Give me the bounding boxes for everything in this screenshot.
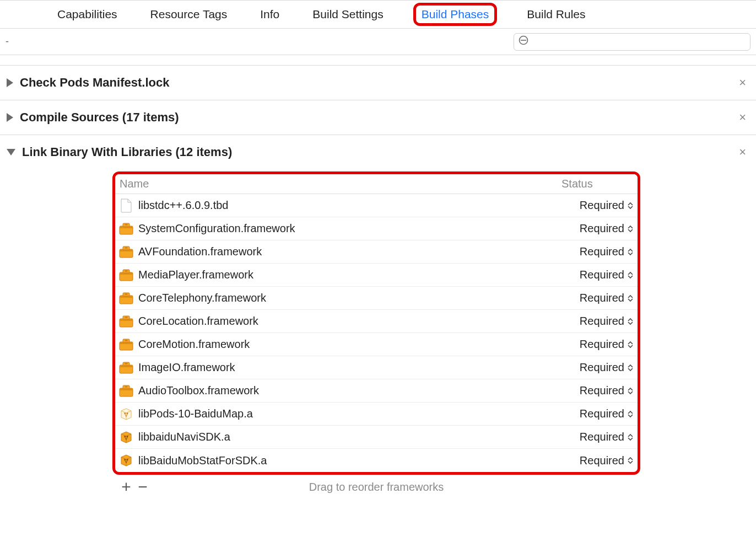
library-status-select[interactable]: Required (580, 222, 633, 235)
library-name: CoreTelephony.framework (138, 292, 580, 304)
framework-icon (118, 314, 134, 329)
framework-icon (118, 383, 134, 399)
library-status-select[interactable]: Required (580, 454, 633, 467)
svg-point-39 (127, 459, 128, 460)
phase-check-pods: Check Pods Manifest.lock × (0, 65, 756, 100)
library-name: CoreLocation.framework (138, 315, 580, 328)
remove-library-button[interactable]: − (134, 480, 151, 494)
disclosure-triangle-icon[interactable] (7, 113, 13, 122)
library-status-value: Required (580, 199, 624, 212)
updown-stepper-icon (628, 364, 633, 371)
library-status-select[interactable]: Required (580, 361, 633, 374)
add-library-button[interactable]: + (118, 480, 134, 494)
table-header: Name Status (115, 174, 638, 194)
phase-title: Link Binary With Libraries (12 items) (22, 145, 728, 159)
add-phase-dropdown[interactable]: - (6, 36, 14, 47)
remove-phase-button[interactable]: × (735, 110, 750, 125)
library-row[interactable]: CoreTelephony.frameworkRequired (115, 287, 638, 310)
library-status-select[interactable]: Required (580, 384, 633, 397)
close-icon: × (739, 110, 746, 124)
updown-stepper-icon (628, 341, 633, 348)
tab-info[interactable]: Info (257, 6, 283, 23)
updown-stepper-icon (628, 202, 633, 209)
updown-stepper-icon (628, 295, 633, 302)
library-row[interactable]: AVFoundation.frameworkRequired (115, 240, 638, 264)
library-name: MediaPlayer.framework (138, 269, 580, 281)
library-row[interactable]: libBaiduMobStatForSDK.aRequired (115, 449, 638, 472)
framework-icon (118, 267, 134, 283)
file-icon (118, 198, 134, 213)
svg-rect-17 (125, 293, 128, 294)
library-row[interactable]: ImageIO.frameworkRequired (115, 356, 638, 379)
library-status-value: Required (580, 454, 624, 467)
library-status-select[interactable]: Required (580, 292, 633, 304)
library-name: AudioToolbox.framework (138, 384, 580, 397)
framework-icon (118, 221, 134, 237)
library-status-select[interactable]: Required (580, 431, 633, 443)
svg-rect-5 (125, 224, 128, 225)
svg-rect-21 (125, 317, 128, 318)
phase-header-compile-sources[interactable]: Compile Sources (17 items) × (0, 100, 756, 135)
column-status[interactable]: Status (561, 178, 633, 190)
library-status-select[interactable]: Required (580, 269, 633, 281)
framework-icon (118, 360, 134, 376)
tab-resource-tags[interactable]: Resource Tags (147, 6, 231, 23)
library-name: libbaiduNaviSDK.a (138, 431, 580, 443)
filter-field[interactable] (514, 33, 750, 51)
library-name: ImageIO.framework (138, 361, 580, 374)
library-name: SystemConfiguration.framework (138, 222, 580, 235)
staticlib-dark-icon (118, 430, 134, 445)
library-status-select[interactable]: Required (580, 315, 633, 328)
library-row[interactable]: CoreMotion.frameworkRequired (115, 333, 638, 356)
tab-build-phases-highlight: Build Phases (413, 3, 498, 26)
framework-icon (118, 244, 134, 260)
link-binary-footer: + − Drag to reorder frameworks (112, 475, 640, 499)
tab-capabilities[interactable]: Capabilities (54, 6, 121, 23)
library-status-value: Required (580, 338, 624, 351)
column-name[interactable]: Name (118, 178, 561, 190)
build-phases-toolbar: - (0, 29, 756, 55)
close-icon: × (739, 76, 746, 89)
library-status-value: Required (580, 245, 624, 258)
library-status-select[interactable]: Required (580, 245, 633, 258)
library-status-select[interactable]: Required (580, 199, 633, 212)
library-row[interactable]: libbaiduNaviSDK.aRequired (115, 426, 638, 449)
library-row[interactable]: SystemConfiguration.frameworkRequired (115, 217, 638, 240)
svg-point-37 (127, 436, 128, 437)
library-status-value: Required (580, 292, 624, 304)
svg-rect-33 (125, 386, 128, 387)
library-status-value: Required (580, 407, 624, 420)
staticlib-icon (118, 406, 134, 422)
updown-stepper-icon (628, 272, 633, 278)
remove-phase-button[interactable]: × (735, 76, 750, 90)
library-row[interactable]: libstdc++.6.0.9.tbdRequired (115, 194, 638, 217)
tab-build-phases[interactable]: Build Phases (422, 8, 489, 20)
library-name: libstdc++.6.0.9.tbd (138, 199, 580, 212)
phase-compile-sources: Compile Sources (17 items) × (0, 100, 756, 135)
tab-build-rules[interactable]: Build Rules (523, 6, 588, 23)
library-status-select[interactable]: Required (580, 407, 633, 420)
library-name: AVFoundation.framework (138, 245, 580, 258)
svg-rect-9 (125, 247, 128, 248)
svg-point-35 (127, 412, 128, 414)
disclosure-triangle-icon[interactable] (7, 78, 13, 87)
remove-phase-button[interactable]: × (735, 145, 750, 159)
phase-header-check-pods[interactable]: Check Pods Manifest.lock × (0, 66, 756, 100)
library-row[interactable]: CoreLocation.frameworkRequired (115, 310, 638, 333)
library-row[interactable]: MediaPlayer.frameworkRequired (115, 264, 638, 287)
svg-rect-13 (125, 270, 128, 271)
svg-point-36 (124, 436, 126, 437)
phase-title: Compile Sources (17 items) (20, 110, 728, 125)
filter-input[interactable] (532, 37, 746, 47)
phase-header-link-binary[interactable]: Link Binary With Libraries (12 items) × (0, 135, 756, 169)
library-status-select[interactable]: Required (580, 338, 633, 351)
tab-build-settings[interactable]: Build Settings (309, 6, 386, 23)
disclosure-triangle-icon[interactable] (7, 149, 15, 155)
library-row[interactable]: AudioToolbox.frameworkRequired (115, 379, 638, 403)
link-binary-rows: libstdc++.6.0.9.tbdRequiredSystemConfigu… (115, 194, 638, 472)
svg-rect-29 (125, 363, 128, 364)
svg-point-34 (124, 412, 126, 414)
library-row[interactable]: libPods-10-BaiduMap.aRequired (115, 403, 638, 426)
library-status-value: Required (580, 431, 624, 443)
phase-link-binary: Link Binary With Libraries (12 items) × … (0, 135, 756, 499)
